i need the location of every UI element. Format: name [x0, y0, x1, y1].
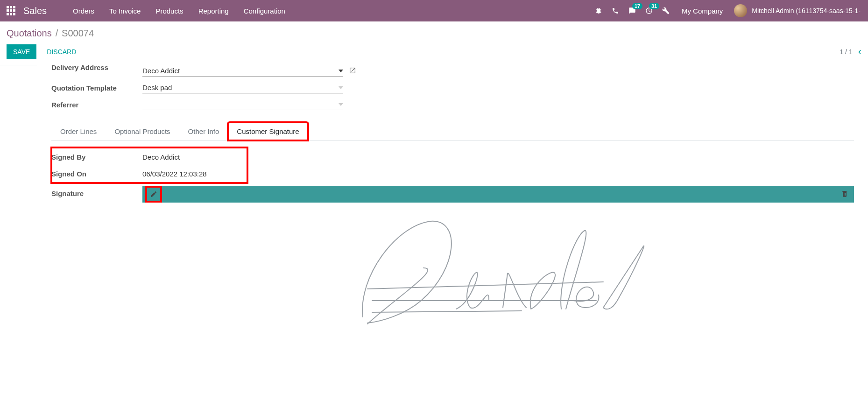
- delivery-address-label: Delivery Address: [51, 63, 142, 72]
- tab-customer-signature[interactable]: Customer Signature: [228, 122, 308, 140]
- phone-icon[interactable]: [607, 0, 624, 21]
- user-menu[interactable]: Mitchell Admin (16113754-saas-15-1-: [730, 4, 864, 17]
- avatar: [734, 4, 747, 17]
- pencil-icon[interactable]: [148, 189, 159, 200]
- signature-toolbar: [142, 186, 854, 203]
- discard-button[interactable]: DISCARD: [40, 44, 83, 59]
- tab-optional-products[interactable]: Optional Products: [106, 122, 179, 140]
- user-name: Mitchell Admin (16113754-saas-15-1-: [752, 7, 861, 14]
- caret-down-icon: [339, 86, 343, 89]
- tab-order-lines[interactable]: Order Lines: [51, 122, 106, 140]
- signature-image: [142, 203, 854, 335]
- save-button[interactable]: SAVE: [7, 44, 36, 59]
- menu-reporting[interactable]: Reporting: [191, 0, 236, 21]
- caret-down-icon: [339, 70, 343, 72]
- field-signed-on: Signed On 06/03/2022 12:03:28: [51, 165, 661, 182]
- field-referrer: Referrer: [51, 96, 854, 113]
- pager: 1 / 1 ‹: [840, 46, 861, 58]
- delivery-address-value: Deco Addict: [142, 67, 180, 75]
- field-signature: Signature: [51, 186, 854, 335]
- signed-by-value[interactable]: Deco Addict: [142, 151, 661, 163]
- quotation-template-value: Desk pad: [142, 84, 172, 91]
- form-tabs: Order Lines Optional Products Other Info…: [51, 122, 854, 141]
- caret-down-icon: [339, 103, 343, 106]
- top-navbar: Sales Orders To Invoice Products Reporti…: [0, 0, 868, 21]
- field-delivery-address: Delivery Address Deco Addict: [51, 63, 854, 79]
- messages-icon[interactable]: 17: [624, 0, 641, 21]
- external-link-icon[interactable]: [349, 67, 356, 76]
- breadcrumb: Quotations / S00074: [0, 21, 868, 42]
- tab-pane-customer-signature: Signed By Deco Addict Signed On 06/03/20…: [51, 141, 854, 341]
- field-quotation-template: Quotation Template Desk pad: [51, 79, 854, 96]
- apps-icon[interactable]: [7, 6, 16, 15]
- menu-to-invoice[interactable]: To Invoice: [102, 0, 148, 21]
- signed-by-label: Signed By: [51, 153, 142, 161]
- breadcrumb-separator: /: [54, 28, 60, 38]
- tools-icon[interactable]: [657, 0, 674, 21]
- control-bar: SAVE DISCARD 1 / 1 ‹: [0, 42, 868, 65]
- menu-configuration[interactable]: Configuration: [236, 0, 293, 21]
- quotation-template-input[interactable]: Desk pad: [142, 82, 343, 94]
- referrer-label: Referrer: [51, 101, 142, 109]
- menu-products[interactable]: Products: [148, 0, 191, 21]
- quotation-template-label: Quotation Template: [51, 84, 142, 92]
- pager-position: 1 / 1: [840, 48, 852, 56]
- signed-on-label: Signed On: [51, 170, 142, 178]
- delivery-address-input[interactable]: Deco Addict: [142, 65, 343, 77]
- trash-icon[interactable]: [841, 190, 848, 199]
- breadcrumb-parent[interactable]: Quotations: [7, 28, 52, 38]
- form-sheet: Delivery Address Deco Addict Quotation T…: [0, 63, 868, 360]
- app-brand[interactable]: Sales: [23, 6, 47, 16]
- signature-label: Signature: [51, 186, 142, 197]
- company-selector[interactable]: My Company: [674, 7, 730, 15]
- signed-on-value[interactable]: 06/03/2022 12:03:28: [142, 168, 661, 180]
- pager-prev-icon[interactable]: ‹: [858, 46, 861, 58]
- tab-other-info[interactable]: Other Info: [179, 122, 228, 140]
- bug-icon[interactable]: [590, 0, 607, 21]
- field-signed-by: Signed By Deco Addict: [51, 148, 661, 165]
- menu-orders[interactable]: Orders: [65, 0, 102, 21]
- breadcrumb-current: S00074: [62, 28, 94, 38]
- activities-icon[interactable]: 31: [641, 0, 657, 21]
- referrer-input[interactable]: [142, 99, 343, 110]
